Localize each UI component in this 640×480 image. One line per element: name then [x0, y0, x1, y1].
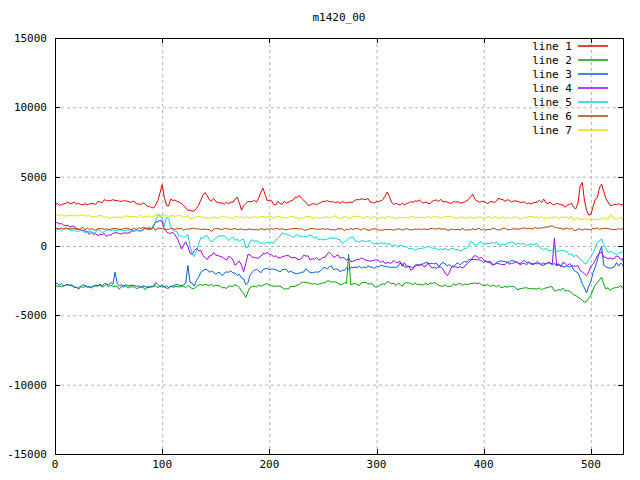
legend-label: line 3	[532, 68, 572, 81]
chart-canvas: m1420_00-15000-10000-5000050001000015000…	[0, 0, 640, 480]
x-tick-label: 400	[474, 458, 494, 471]
y-tick-label: 0	[40, 240, 47, 253]
y-tick-label: -10000	[7, 379, 47, 392]
y-tick-label: 5000	[21, 171, 48, 184]
x-tick-label: 200	[259, 458, 279, 471]
legend-label: line 1	[532, 40, 572, 53]
legend-label: line 7	[532, 124, 572, 137]
x-tick-label: 0	[52, 458, 59, 471]
legend-label: line 6	[532, 110, 572, 123]
x-tick-label: 100	[152, 458, 172, 471]
x-tick-label: 500	[581, 458, 601, 471]
legend-label: line 5	[532, 96, 572, 109]
gnuplot-window: m1420_00-15000-10000-5000050001000015000…	[0, 0, 640, 480]
x-tick-label: 300	[367, 458, 387, 471]
y-tick-label: 15000	[14, 32, 47, 45]
legend-label: line 4	[532, 82, 572, 95]
y-tick-label: -15000	[7, 448, 47, 461]
chart-title: m1420_00	[313, 11, 366, 24]
y-tick-label: 10000	[14, 101, 47, 114]
legend-label: line 2	[532, 54, 572, 67]
y-tick-label: -5000	[14, 309, 47, 322]
